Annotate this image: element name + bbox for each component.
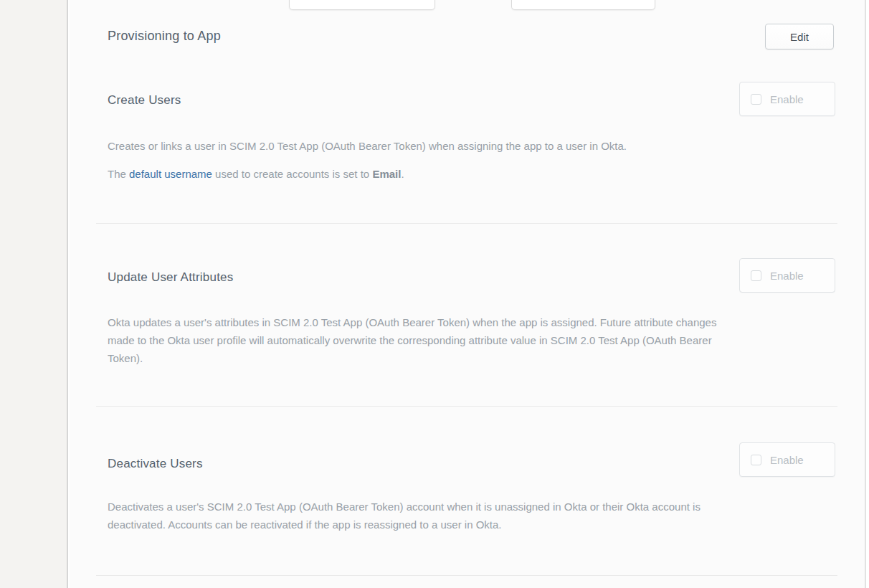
default-username-link[interactable]: default username: [129, 168, 212, 180]
page-title: Provisioning to App: [108, 29, 221, 44]
provisioning-settings-page: Provisioning to App Edit Create Users En…: [0, 0, 869, 588]
section-divider: [96, 223, 837, 224]
section-heading-create-users: Create Users: [108, 93, 181, 108]
content-right-border: [865, 0, 866, 588]
enable-toggle-update-user-attributes[interactable]: Enable: [739, 258, 835, 293]
section-divider: [96, 575, 837, 576]
section-heading-update-user-attributes: Update User Attributes: [108, 270, 233, 285]
description-line: made to the Okta user profile will autom…: [108, 331, 716, 349]
username-line-prefix: The: [108, 168, 129, 180]
description-line: Okta updates a user's attributes in SCIM…: [108, 313, 716, 331]
enable-toggle-label: Enable: [770, 270, 804, 282]
enable-checkbox[interactable]: [751, 455, 761, 465]
username-line-middle: used to create accounts is set to: [212, 168, 372, 180]
username-line-suffix: .: [401, 168, 404, 180]
truncated-input-field-2[interactable]: [511, 0, 655, 10]
description-line: deactivated. Accounts can be reactivated…: [108, 516, 701, 534]
enable-checkbox[interactable]: [751, 270, 761, 281]
update-user-attributes-description: Okta updates a user's attributes in SCIM…: [108, 313, 716, 367]
enable-toggle-label: Enable: [770, 454, 804, 466]
description-line: Creates or links a user in SCIM 2.0 Test…: [108, 137, 627, 155]
username-value: Email: [372, 168, 401, 180]
create-users-description: Creates or links a user in SCIM 2.0 Test…: [108, 137, 627, 155]
enable-toggle-create-users[interactable]: Enable: [739, 82, 835, 116]
left-sidebar: [0, 0, 68, 588]
enable-toggle-label: Enable: [770, 93, 804, 105]
description-line: Deactivates a user's SCIM 2.0 Test App (…: [108, 498, 701, 516]
edit-button[interactable]: Edit: [765, 24, 834, 49]
truncated-input-field-1[interactable]: [289, 0, 435, 10]
section-divider: [96, 406, 837, 407]
section-heading-deactivate-users: Deactivate Users: [108, 457, 203, 471]
enable-checkbox[interactable]: [751, 94, 761, 105]
enable-toggle-deactivate-users[interactable]: Enable: [739, 442, 835, 477]
deactivate-users-description: Deactivates a user's SCIM 2.0 Test App (…: [108, 498, 701, 534]
description-line: Token).: [108, 349, 716, 367]
default-username-line: The default username used to create acco…: [108, 165, 404, 183]
